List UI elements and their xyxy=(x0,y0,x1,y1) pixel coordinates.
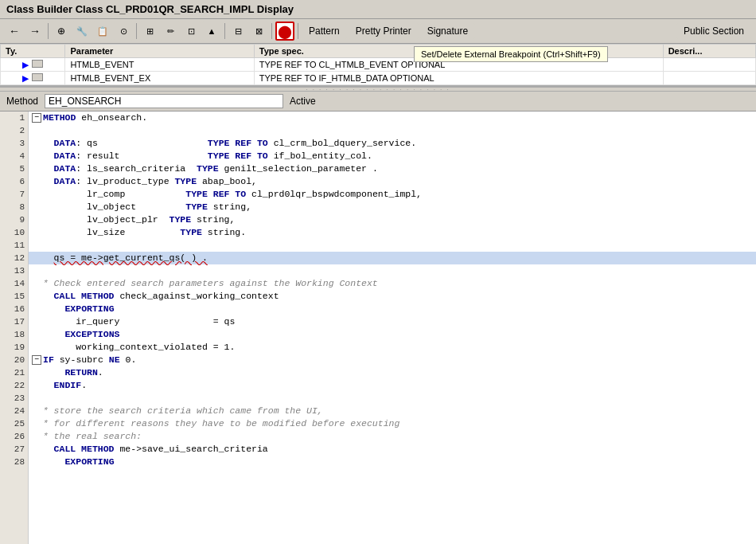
linenum-16: 16 xyxy=(0,303,28,315)
code-line-13 xyxy=(29,264,756,277)
code-area: 1 2 3 4 5 6 7 8 9 10 11 12 13 14 15 16 1… xyxy=(0,112,756,544)
code-line-27: CALL METHOD me->save_ui_search_criteria xyxy=(29,443,756,456)
code-line-5: DATA: ls_search_criteria TYPE genilt_sel… xyxy=(29,162,756,175)
code-line-1: −METHOD eh_onsearch. xyxy=(29,112,756,124)
btn-6[interactable]: ✏ xyxy=(161,22,180,41)
linenum-3: 3 xyxy=(0,137,28,150)
tooltip-text: Set/Delete External Breakpoint xyxy=(421,49,540,59)
linenum-4: 4 xyxy=(0,150,28,162)
signature-button[interactable]: Signature xyxy=(420,23,475,39)
code-line-15: CALL METHOD check_against_working_contex… xyxy=(29,290,756,303)
row-typespec-2: TYPE REF TO IF_HTMLB_DATA OPTIONAL xyxy=(254,72,663,85)
btn-4[interactable]: ⊙ xyxy=(114,22,133,41)
linenum-5: 5 xyxy=(0,162,28,175)
row-type-1: ▶ xyxy=(1,58,65,72)
code-line-12: qs = me->get_current_qs( ) . xyxy=(29,252,756,264)
method-bar: Method Active xyxy=(0,92,756,112)
row-param-1: HTMLB_EVENT xyxy=(65,58,254,72)
col-parameter: Parameter xyxy=(65,45,254,58)
code-line-18: EXCEPTIONS xyxy=(29,328,756,341)
linenum-17: 17 xyxy=(0,315,28,328)
linenum-12: 12 xyxy=(0,252,28,264)
pattern-button[interactable]: Pattern xyxy=(302,23,347,39)
linenum-2: 2 xyxy=(0,124,28,137)
separator-3 xyxy=(224,23,225,39)
pretty-printer-button[interactable]: Pretty Printer xyxy=(349,23,419,39)
separator-2 xyxy=(136,23,137,39)
code-line-16: EXPORTING xyxy=(29,303,756,315)
code-line-17: ir_query = qs xyxy=(29,315,756,328)
linenum-21: 21 xyxy=(0,366,28,379)
linenum-20: 20 xyxy=(0,354,28,366)
linenum-14: 14 xyxy=(0,277,28,290)
btn-3[interactable]: 📋 xyxy=(93,22,112,41)
btn-10[interactable]: ⊠ xyxy=(249,22,268,41)
tooltip-shortcut: (Ctrl+Shift+F9) xyxy=(543,49,600,59)
linenum-11: 11 xyxy=(0,239,28,252)
linenum-1: 1 xyxy=(0,112,28,124)
linenum-28: 28 xyxy=(0,456,28,468)
linenum-15: 15 xyxy=(0,290,28,303)
btn-7[interactable]: ⊡ xyxy=(181,22,201,41)
linenum-27: 27 xyxy=(0,443,28,456)
code-line-7: lr_comp TYPE REF TO cl_prd0lqr_bspwdcomp… xyxy=(29,188,756,201)
col-descri: Descri... xyxy=(663,45,755,58)
btn-1[interactable]: ⊕ xyxy=(52,22,71,41)
main-content: Ty. Parameter Type spec. Descri... ▶ HTM… xyxy=(0,44,756,544)
code-line-19: working_context_violated = 1. xyxy=(29,341,756,354)
linenum-18: 18 xyxy=(0,328,28,341)
btn-9[interactable]: ⊟ xyxy=(228,22,247,41)
params-section: Ty. Parameter Type spec. Descri... ▶ HTM… xyxy=(0,44,756,87)
code-line-2 xyxy=(29,124,756,137)
linenum-25: 25 xyxy=(0,417,28,430)
code-line-4: DATA: result TYPE REF TO if_bol_entity_c… xyxy=(29,150,756,162)
method-label: Method xyxy=(6,96,38,107)
code-line-14: * Check entered search parameters agains… xyxy=(29,277,756,290)
code-line-20: −IF sy-subrc NE 0. xyxy=(29,354,756,366)
breakpoint-button[interactable]: ⬤ xyxy=(275,22,294,41)
btn-2[interactable]: 🔧 xyxy=(72,22,92,41)
code-line-10: lv_size TYPE string. xyxy=(29,226,756,239)
code-lines[interactable]: −METHOD eh_onsearch. DATA: qs TYPE REF T… xyxy=(29,112,756,544)
line-numbers: 1 2 3 4 5 6 7 8 9 10 11 12 13 14 15 16 1… xyxy=(0,112,29,544)
collapse-1[interactable]: − xyxy=(32,113,41,123)
code-line-9: lv_object_plr TYPE string, xyxy=(29,213,756,226)
code-line-24: * store the search criteria which came f… xyxy=(29,405,756,417)
separator-5 xyxy=(298,23,298,39)
linenum-6: 6 xyxy=(0,175,28,188)
row-type-2: ▶ xyxy=(1,72,65,85)
code-line-8: lv_object TYPE string, xyxy=(29,201,756,213)
linenum-23: 23 xyxy=(0,392,28,405)
code-line-25: * for different reasons they have to be … xyxy=(29,417,756,430)
row-descri-2 xyxy=(663,72,755,85)
code-line-28: EXPORTING xyxy=(29,456,756,468)
linenum-19: 19 xyxy=(0,341,28,354)
params-table: Ty. Parameter Type spec. Descri... ▶ HTM… xyxy=(0,44,756,85)
title-bar: Class Builder Class CL_PRD01QR_SEARCH_IM… xyxy=(0,0,756,19)
linenum-22: 22 xyxy=(0,379,28,392)
row-descri-1 xyxy=(663,58,755,72)
btn-8[interactable]: ▲ xyxy=(202,22,221,41)
code-line-22: ENDIF. xyxy=(29,379,756,392)
public-section-button[interactable]: Public Section xyxy=(676,23,751,39)
linenum-13: 13 xyxy=(0,264,28,277)
linenum-9: 9 xyxy=(0,213,28,226)
collapse-20[interactable]: − xyxy=(32,355,41,365)
code-line-21: RETURN. xyxy=(29,366,756,379)
linenum-7: 7 xyxy=(0,188,28,201)
row-param-2: HTMLB_EVENT_EX xyxy=(65,72,254,85)
linenum-10: 10 xyxy=(0,226,28,239)
table-row: ▶ HTMLB_EVENT TYPE REF TO CL_HTMLB_EVENT… xyxy=(1,58,756,72)
code-line-6: DATA: lv_product_type TYPE abap_bool, xyxy=(29,175,756,188)
back-button[interactable]: ← xyxy=(5,22,24,41)
method-status: Active xyxy=(290,96,316,107)
method-input[interactable] xyxy=(45,94,283,108)
separator-1 xyxy=(48,23,49,39)
linenum-24: 24 xyxy=(0,405,28,417)
separator-4 xyxy=(271,23,272,39)
btn-5[interactable]: ⊞ xyxy=(140,22,159,41)
code-line-11 xyxy=(29,239,756,252)
forward-button[interactable]: → xyxy=(25,22,45,41)
table-row: ▶ HTMLB_EVENT_EX TYPE REF TO IF_HTMLB_DA… xyxy=(1,72,756,85)
window-title: Class Builder Class CL_PRD01QR_SEARCH_IM… xyxy=(6,3,294,15)
